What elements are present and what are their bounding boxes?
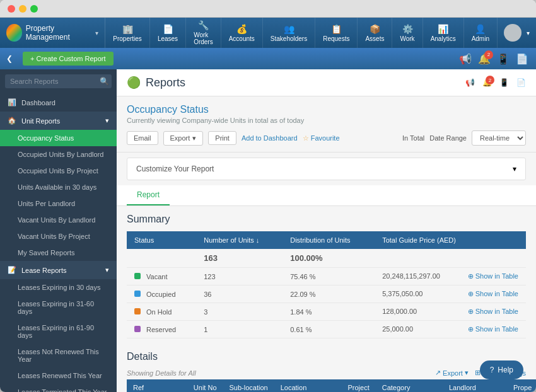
sidebar-item-occupied-by-project[interactable]: Occupied Units By Project	[0, 163, 117, 179]
summary-section: Summary Status Number of Units ↓ Distrib…	[117, 206, 536, 346]
create-custom-report-button[interactable]: + Create Custom Report	[23, 52, 114, 66]
stakeholders-icon: 👥	[284, 24, 294, 34]
export-icon: ↗	[435, 369, 441, 377]
help-button[interactable]: ? Help	[480, 360, 523, 379]
user-avatar[interactable]	[504, 24, 521, 42]
content: 🟢 Reports 📢 🔔2 📱 📄 Occupancy Status Curr…	[117, 69, 536, 392]
sidebar-item-leases-30[interactable]: Leases Expiring in 30 days	[0, 279, 117, 296]
sidebar-group-lease-reports[interactable]: 📝 Lease Reports ▾	[0, 261, 117, 279]
nav-item-requests[interactable]: 📋 Requests	[315, 18, 358, 48]
row-status: Reserved	[127, 321, 196, 338]
brand-label: Property Management	[26, 24, 92, 42]
main-window: Property Management ▾ 🏢 Properties 📄 Lea…	[0, 0, 536, 392]
show-table-link[interactable]: Show in Table	[468, 325, 518, 333]
sidebar-item-not-renewed[interactable]: Leases Not Renewed This Year	[0, 343, 117, 367]
row-status: On Hold	[127, 303, 196, 321]
sidebar-item-renewed[interactable]: Leases Renewed This Year	[0, 367, 117, 384]
document-icon[interactable]: 📄	[516, 53, 528, 65]
export-label: Export	[170, 134, 190, 142]
close-button[interactable]	[8, 5, 15, 13]
sidebar-item-units-available-30[interactable]: Units Available in 30 days	[0, 179, 117, 195]
maximize-button[interactable]	[30, 5, 38, 13]
nav-item-workorders[interactable]: 🔧 Work Orders	[186, 18, 221, 48]
details-title: Details	[127, 351, 526, 362]
nav-item-label: Leases	[158, 35, 178, 42]
th-location: Location	[274, 379, 342, 392]
speaker-icon[interactable]: 📢	[465, 78, 475, 87]
nav-item-label: Accounts	[229, 35, 255, 42]
phone-icon[interactable]: 📱	[499, 78, 509, 87]
report-toolbar: Email Export ▾ Print Add to Dashboard ☆ …	[117, 124, 536, 153]
workorders-icon: 🔧	[198, 20, 209, 30]
show-table-link[interactable]: Show in Table	[468, 272, 518, 280]
nav-item-label: Stakeholders	[271, 35, 307, 42]
email-button[interactable]: Email	[127, 131, 158, 145]
sidebar-item-leases-31-60[interactable]: Leases Expiring in 31-60 days	[0, 296, 117, 320]
show-table-link[interactable]: Show in Table	[468, 308, 518, 316]
nav-item-properties[interactable]: 🏢 Properties	[105, 18, 150, 48]
sidebar-item-my-saved-reports-unit[interactable]: My Saved Reports	[0, 245, 117, 261]
unit-reports-label: Unit Reports	[21, 117, 60, 125]
sidebar-item-occupancy-status[interactable]: Occupancy Status	[0, 130, 117, 146]
report-header: Occupancy Status Currently viewing Compa…	[117, 96, 536, 124]
bell-icon[interactable]: 🔔 2	[478, 53, 491, 65]
nav-item-label: Analytics	[431, 35, 456, 42]
sidebar-item-occupied-by-landlord[interactable]: Occupied Units By Landlord	[0, 146, 117, 163]
notification-icon[interactable]: 🔔2	[482, 78, 492, 87]
content-header-icons: 📢 🔔2 📱 📄	[465, 78, 526, 87]
sidebar-group-unit-reports[interactable]: 🏠 Unit Reports ▾	[0, 112, 117, 130]
megaphone-icon[interactable]: 📢	[459, 53, 472, 65]
th-price: Total Guide Price (AED)	[375, 231, 526, 249]
nav-item-work[interactable]: ⚙️ Work	[392, 18, 422, 48]
date-range-select[interactable]: Real-time	[472, 130, 526, 146]
sidebar-item-terminated[interactable]: Leases Terminated This Year	[0, 384, 117, 392]
leases-icon: 📄	[163, 24, 173, 34]
nav-brand[interactable]: Property Management ▾	[0, 18, 105, 48]
user-menu-arrow-icon[interactable]: ▾	[527, 30, 530, 37]
dashboard-label: Dashboard	[21, 99, 55, 107]
th-ref: Ref	[127, 379, 187, 392]
show-table-link[interactable]: Show in Table	[468, 290, 518, 298]
minimize-button[interactable]	[19, 5, 26, 13]
details-header: Showing Details for All ↗ Export ▾ ⊞ Tab…	[127, 369, 526, 377]
nav-item-leases[interactable]: 📄 Leases	[150, 18, 186, 48]
nav-item-accounts[interactable]: 💰 Accounts	[221, 18, 263, 48]
sidebar-item-vacant-by-project[interactable]: Vacant Units By Project	[0, 228, 117, 245]
status-color-dot	[134, 273, 141, 279]
nav-item-analytics[interactable]: 📊 Analytics	[423, 18, 464, 48]
row-status: Vacant	[127, 268, 196, 285]
mobile-icon[interactable]: 📱	[497, 53, 510, 65]
sidebar-item-dashboard[interactable]: 📊 Dashboard	[0, 93, 117, 112]
customize-title: Customize Your Report	[136, 164, 214, 173]
brand-logo-icon	[6, 24, 22, 42]
details-export-button[interactable]: ↗ Export ▾	[435, 369, 469, 377]
favourite-link[interactable]: ☆ Favourite	[303, 134, 340, 142]
accounts-icon: 💰	[236, 24, 247, 34]
reports-icon: 🟢	[127, 76, 141, 89]
add-to-dashboard-link[interactable]: Add to Dashboard	[242, 134, 298, 142]
table-row: Reserved 1 0.61 % 25,000.00 Show in Tabl…	[127, 321, 526, 338]
th-distribution: Distribution of Units	[283, 231, 375, 249]
nav-item-stakeholders[interactable]: 👥 Stakeholders	[263, 18, 315, 48]
export-button[interactable]: Export ▾	[163, 131, 204, 146]
details-header-row: Ref Unit No Sub-location Location Projec…	[127, 379, 536, 392]
sidebar-item-leases-61-90[interactable]: Leases Expiring in 61-90 days	[0, 320, 117, 343]
customize-header[interactable]: Customize Your Report ▾	[127, 158, 525, 180]
row-distribution: 1.84 %	[283, 303, 375, 321]
nav-item-admin[interactable]: 👤 Admin	[464, 18, 498, 48]
table-row: Vacant 123 75.46 % 20,248,115,297.00 Sho…	[127, 268, 526, 285]
tab-report[interactable]: Report	[127, 185, 170, 205]
customize-chevron-icon: ▾	[513, 164, 516, 173]
file-icon[interactable]: 📄	[516, 78, 526, 87]
search-input[interactable]	[10, 78, 97, 85]
nav-item-assets[interactable]: 📦 Assets	[358, 18, 392, 48]
total-status	[127, 249, 196, 268]
sidebar-toggle-button[interactable]: ❮	[0, 48, 19, 69]
sidebar-item-units-per-landlord[interactable]: Units Per Landlord	[0, 195, 117, 212]
details-section: Details Showing Details for All ↗ Export…	[117, 346, 536, 392]
table-row: Occupied 36 22.09 % 5,375,050.00 Show in…	[127, 285, 526, 303]
print-button[interactable]: Print	[208, 131, 236, 145]
sidebar-item-vacant-by-landlord[interactable]: Vacant Units By Landlord	[0, 212, 117, 228]
sub-header-right: 📢 🔔 2 📱 📄	[459, 53, 536, 65]
customize-section: Customize Your Report ▾	[127, 158, 526, 180]
